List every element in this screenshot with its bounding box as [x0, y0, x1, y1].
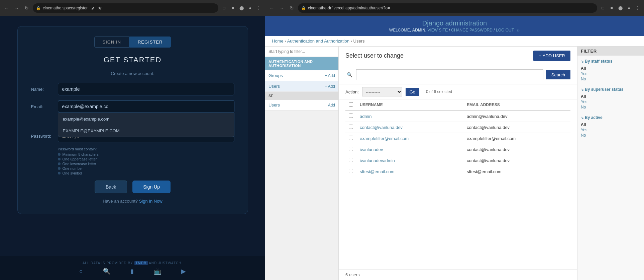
forward-nav-btn[interactable]: → — [13, 4, 21, 12]
nav-bookmarks-icon[interactable]: ▮ — [130, 268, 134, 275]
sidebar-item-sf-users[interactable]: Users + Add — [265, 100, 338, 111]
auth-tabs: SIGN IN REGISTER — [31, 37, 234, 48]
username-link-2[interactable]: examplefilter@email.com — [360, 136, 409, 141]
filter-staff-no[interactable]: No — [581, 76, 641, 82]
right-ext-icon-1[interactable]: □ — [599, 4, 607, 12]
email-cell-4: contact@ivanluna.dev — [463, 155, 570, 166]
signin-link[interactable]: Sign In Now — [139, 199, 163, 204]
left-url-bar: 🔒 cinemathe.space/register ⬈ ★ — [33, 3, 218, 13]
right-ext-icon-2[interactable]: ■ — [608, 4, 615, 12]
nav-signin-icon[interactable]: ▶ — [181, 268, 186, 275]
filter-superuser-yes[interactable]: Yes — [581, 99, 641, 104]
auth-card: SIGN IN REGISTER Get started Create a ne… — [17, 26, 248, 214]
filter-active-arrow: ↘ — [581, 116, 583, 120]
table-row: contact@ivanluna.dev contact@ivanluna.de… — [345, 122, 570, 133]
row-checkbox-0[interactable] — [349, 114, 353, 118]
nav-tv-icon[interactable]: 📺 — [154, 268, 161, 275]
action-go-button[interactable]: Go — [406, 88, 419, 96]
username-link-1[interactable]: contact@ivanluna.dev — [360, 125, 403, 130]
row-checkbox-4[interactable] — [349, 158, 353, 162]
sidebar-groups-add[interactable]: + Add — [325, 73, 335, 78]
filter-superuser-arrow: ↘ — [581, 88, 583, 91]
left-panel: ← → ↻ 🔒 cinemathe.space/register ⬈ ★ □ ■… — [0, 0, 265, 280]
left-browser-chrome: ← → ↻ 🔒 cinemathe.space/register ⬈ ★ □ ■… — [0, 0, 265, 16]
row-checkbox-1[interactable] — [349, 125, 353, 129]
action-selected-count: 0 of 6 selected — [426, 89, 452, 94]
logout-link[interactable]: LOG OUT — [496, 28, 514, 32]
right-ext-icon-3[interactable]: ⬤ — [617, 4, 624, 12]
table-row: sftest@email.com sftest@email.com — [345, 166, 570, 177]
select-all-checkbox[interactable] — [349, 102, 353, 107]
autocomplete-item-1[interactable]: example@example.com — [58, 113, 234, 125]
username-link-4[interactable]: ivanlunadevadmin — [360, 158, 395, 163]
sidebar-auth-header[interactable]: AUTHENTICATION AND AUTHORIZATION — [265, 57, 338, 70]
username-link-0[interactable]: admin — [360, 114, 371, 119]
autocomplete-item-2[interactable]: EXAMPLE@EXAMPLE.COM — [58, 125, 234, 137]
filter-active-yes[interactable]: Yes — [581, 127, 641, 133]
right-browser-chrome: ← → ↻ 🔒 cinemathe-drf.vercel.app/admin/a… — [265, 0, 644, 16]
filter-active-no[interactable]: No — [581, 133, 641, 138]
ext-icon-3[interactable]: ⬤ — [238, 4, 245, 12]
filter-active-all[interactable]: All — [581, 122, 641, 127]
back-button[interactable]: Back — [95, 181, 127, 193]
ext-icon-2[interactable]: ■ — [229, 4, 236, 12]
sidebar-sf-users-add[interactable]: + Add — [325, 103, 335, 108]
search-bar: 🔍 Search — [339, 65, 577, 84]
username-link-5[interactable]: sftest@email.com — [360, 169, 395, 174]
name-input[interactable] — [58, 83, 234, 95]
breadcrumb-home[interactable]: Home — [272, 39, 284, 44]
row-checkbox-5[interactable] — [349, 169, 353, 173]
row-checkbox-2[interactable] — [349, 136, 353, 140]
ext-icon-1[interactable]: □ — [220, 4, 228, 12]
register-tab[interactable]: REGISTER — [129, 37, 171, 48]
ext-icon-4[interactable]: ● — [246, 4, 254, 12]
right-forward-btn[interactable]: → — [278, 4, 286, 12]
filter-staff-label: By staff status — [585, 59, 613, 64]
req-item-1: One uppercase letter — [58, 157, 234, 161]
user-table: USERNAME EMAIL ADDRESS admin admin@ivanl… — [339, 99, 577, 269]
table-row: ivanlunadev contact@ivanluna.dev — [345, 144, 570, 155]
nav-home-icon[interactable]: ○ — [79, 268, 83, 275]
signup-button[interactable]: Sign Up — [132, 181, 171, 193]
name-label: Name: — [31, 87, 58, 92]
users-table: USERNAME EMAIL ADDRESS admin admin@ivanl… — [345, 99, 570, 177]
django-admin-title: Django administration — [272, 19, 637, 27]
nav-search-icon[interactable]: 🔍 — [103, 268, 110, 275]
change-password-link[interactable]: CHANGE PASSWORD — [451, 28, 493, 32]
reload-nav-btn[interactable]: ↻ — [23, 4, 31, 12]
form-buttons: Back Sign Up — [31, 181, 234, 193]
add-user-button[interactable]: + ADD USER — [533, 51, 570, 61]
username-link-3[interactable]: ivanlunadev — [360, 147, 383, 152]
right-ext-icon-4[interactable]: ● — [625, 4, 633, 12]
signin-tab[interactable]: SIGN IN — [94, 37, 129, 48]
sidebar-item-users[interactable]: Users + Add — [265, 81, 338, 92]
sidebar-users-add[interactable]: + Add — [325, 84, 335, 89]
ext-icon-5[interactable]: ⋮ — [255, 4, 262, 12]
breadcrumb-auth[interactable]: Authentication and Authorization — [287, 39, 349, 44]
filter-superuser-all[interactable]: All — [581, 94, 641, 99]
req-dot-4 — [58, 172, 61, 174]
view-site-link[interactable]: VIEW SITE — [428, 28, 448, 32]
left-page-content: SIGN IN REGISTER Get started Create a ne… — [0, 16, 265, 256]
filter-staff-all[interactable]: All — [581, 66, 641, 71]
right-ext-icon-5[interactable]: ⋮ — [634, 4, 641, 12]
select-all-header — [345, 99, 356, 111]
req-text-0: Minimum 8 characters — [63, 152, 99, 156]
action-select[interactable]: ---------- — [362, 87, 402, 96]
email-input[interactable] — [58, 100, 234, 113]
back-nav-btn[interactable]: ← — [3, 4, 11, 12]
right-back-btn[interactable]: ← — [268, 4, 276, 12]
search-input[interactable] — [356, 69, 543, 80]
filter-staff-yes[interactable]: Yes — [581, 71, 641, 76]
right-reload-btn[interactable]: ↻ — [288, 4, 296, 12]
username-header: USERNAME — [356, 99, 463, 111]
sidebar-item-groups[interactable]: Groups + Add — [265, 70, 338, 81]
sidebar-filter-input[interactable] — [265, 47, 338, 57]
search-button[interactable]: Search — [546, 70, 570, 79]
sidebar-groups-label: Groups — [269, 73, 283, 78]
filter-superuser-no[interactable]: No — [581, 104, 641, 110]
row-checkbox-3[interactable] — [349, 147, 353, 151]
add-user-label: ADD USER — [543, 53, 565, 58]
django-header: Django administration WELCOME, ADMIN. VI… — [265, 16, 644, 36]
theme-icon[interactable]: ☼ — [516, 28, 520, 32]
